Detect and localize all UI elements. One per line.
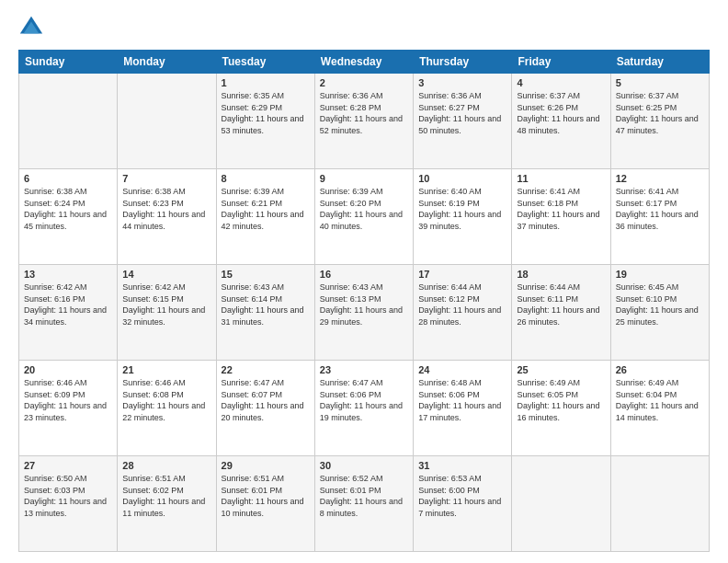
weekday-header-tuesday: Tuesday <box>216 51 314 74</box>
calendar-cell: 1Sunrise: 6:35 AMSunset: 6:29 PMDaylight… <box>216 74 314 169</box>
day-info: Sunrise: 6:44 AMSunset: 6:12 PMDaylight:… <box>418 282 506 327</box>
day-number: 2 <box>320 77 408 88</box>
day-number: 8 <box>222 173 310 184</box>
day-number: 3 <box>418 77 506 88</box>
weekday-header-friday: Friday <box>512 51 610 74</box>
calendar-cell: 18Sunrise: 6:44 AMSunset: 6:11 PMDayligh… <box>512 265 610 361</box>
calendar-cell: 19Sunrise: 6:45 AMSunset: 6:10 PMDayligh… <box>610 265 709 361</box>
day-info: Sunrise: 6:35 AMSunset: 6:29 PMDaylight:… <box>222 90 310 136</box>
day-info: Sunrise: 6:38 AMSunset: 6:24 PMDaylight:… <box>24 186 112 232</box>
calendar-cell: 21Sunrise: 6:46 AMSunset: 6:08 PMDayligh… <box>118 361 216 456</box>
day-info: Sunrise: 6:48 AMSunset: 6:06 PMDaylight:… <box>418 377 506 423</box>
day-number: 7 <box>122 173 210 184</box>
page: SundayMondayTuesdayWednesdayThursdayFrid… <box>0 0 728 563</box>
calendar-cell: 15Sunrise: 6:43 AMSunset: 6:14 PMDayligh… <box>216 265 314 361</box>
day-number: 11 <box>517 173 605 184</box>
calendar-cell: 26Sunrise: 6:49 AMSunset: 6:04 PMDayligh… <box>610 361 709 456</box>
calendar-cell <box>19 74 118 169</box>
calendar-cell: 25Sunrise: 6:49 AMSunset: 6:05 PMDayligh… <box>512 361 610 456</box>
calendar-cell <box>512 456 610 552</box>
day-info: Sunrise: 6:49 AMSunset: 6:05 PMDaylight:… <box>517 377 605 423</box>
day-info: Sunrise: 6:51 AMSunset: 6:02 PMDaylight:… <box>122 473 210 519</box>
day-info: Sunrise: 6:53 AMSunset: 6:00 PMDaylight:… <box>418 473 506 519</box>
day-info: Sunrise: 6:43 AMSunset: 6:14 PMDaylight:… <box>222 282 310 327</box>
calendar-cell: 27Sunrise: 6:50 AMSunset: 6:03 PMDayligh… <box>19 456 118 552</box>
weekday-header-row: SundayMondayTuesdayWednesdayThursdayFrid… <box>19 51 710 74</box>
calendar-cell: 6Sunrise: 6:38 AMSunset: 6:24 PMDaylight… <box>19 169 118 265</box>
calendar-cell: 20Sunrise: 6:46 AMSunset: 6:09 PMDayligh… <box>19 361 118 456</box>
calendar-cell: 23Sunrise: 6:47 AMSunset: 6:06 PMDayligh… <box>314 361 413 456</box>
day-info: Sunrise: 6:51 AMSunset: 6:01 PMDaylight:… <box>222 473 310 519</box>
day-info: Sunrise: 6:36 AMSunset: 6:28 PMDaylight:… <box>320 90 408 136</box>
day-info: Sunrise: 6:41 AMSunset: 6:17 PMDaylight:… <box>616 186 704 232</box>
day-number: 29 <box>222 460 310 471</box>
day-number: 24 <box>418 364 506 375</box>
calendar-cell: 30Sunrise: 6:52 AMSunset: 6:01 PMDayligh… <box>314 456 413 552</box>
weekday-header-sunday: Sunday <box>19 51 118 74</box>
calendar-cell <box>118 74 216 169</box>
day-number: 22 <box>222 364 310 375</box>
day-info: Sunrise: 6:39 AMSunset: 6:21 PMDaylight:… <box>222 186 310 232</box>
calendar-cell: 9Sunrise: 6:39 AMSunset: 6:20 PMDaylight… <box>314 169 413 265</box>
calendar-cell: 13Sunrise: 6:42 AMSunset: 6:16 PMDayligh… <box>19 265 118 361</box>
day-number: 26 <box>616 364 704 375</box>
calendar-cell: 10Sunrise: 6:40 AMSunset: 6:19 PMDayligh… <box>414 169 512 265</box>
day-info: Sunrise: 6:38 AMSunset: 6:23 PMDaylight:… <box>122 186 210 232</box>
day-info: Sunrise: 6:45 AMSunset: 6:10 PMDaylight:… <box>616 282 704 327</box>
day-info: Sunrise: 6:36 AMSunset: 6:27 PMDaylight:… <box>418 90 506 136</box>
calendar-cell: 12Sunrise: 6:41 AMSunset: 6:17 PMDayligh… <box>610 169 709 265</box>
day-number: 10 <box>418 173 506 184</box>
day-info: Sunrise: 6:47 AMSunset: 6:07 PMDaylight:… <box>222 377 310 423</box>
calendar-table: SundayMondayTuesdayWednesdayThursdayFrid… <box>18 50 710 552</box>
calendar-cell: 24Sunrise: 6:48 AMSunset: 6:06 PMDayligh… <box>414 361 512 456</box>
day-number: 12 <box>616 173 704 184</box>
day-number: 17 <box>418 269 506 280</box>
weekday-header-wednesday: Wednesday <box>314 51 413 74</box>
calendar-cell <box>610 456 709 552</box>
day-info: Sunrise: 6:46 AMSunset: 6:08 PMDaylight:… <box>122 377 210 423</box>
day-number: 9 <box>320 173 408 184</box>
day-number: 19 <box>616 269 704 280</box>
day-number: 28 <box>122 460 210 471</box>
day-number: 4 <box>517 77 605 88</box>
calendar-cell: 17Sunrise: 6:44 AMSunset: 6:12 PMDayligh… <box>414 265 512 361</box>
day-number: 20 <box>24 364 112 375</box>
day-info: Sunrise: 6:42 AMSunset: 6:15 PMDaylight:… <box>122 282 210 327</box>
day-info: Sunrise: 6:41 AMSunset: 6:18 PMDaylight:… <box>517 186 605 232</box>
day-info: Sunrise: 6:52 AMSunset: 6:01 PMDaylight:… <box>320 473 408 519</box>
day-number: 16 <box>320 269 408 280</box>
day-number: 23 <box>320 364 408 375</box>
weekday-header-thursday: Thursday <box>414 51 512 74</box>
day-info: Sunrise: 6:50 AMSunset: 6:03 PMDaylight:… <box>24 473 112 519</box>
calendar-cell: 28Sunrise: 6:51 AMSunset: 6:02 PMDayligh… <box>118 456 216 552</box>
calendar-cell: 3Sunrise: 6:36 AMSunset: 6:27 PMDaylight… <box>414 74 512 169</box>
week-row-3: 13Sunrise: 6:42 AMSunset: 6:16 PMDayligh… <box>19 265 710 361</box>
day-info: Sunrise: 6:49 AMSunset: 6:04 PMDaylight:… <box>616 377 704 423</box>
weekday-header-saturday: Saturday <box>610 51 709 74</box>
calendar-cell: 11Sunrise: 6:41 AMSunset: 6:18 PMDayligh… <box>512 169 610 265</box>
logo <box>18 15 48 40</box>
day-info: Sunrise: 6:37 AMSunset: 6:26 PMDaylight:… <box>517 90 605 136</box>
calendar-cell: 5Sunrise: 6:37 AMSunset: 6:25 PMDaylight… <box>610 74 709 169</box>
day-number: 31 <box>418 460 506 471</box>
day-info: Sunrise: 6:44 AMSunset: 6:11 PMDaylight:… <box>517 282 605 327</box>
calendar-cell: 14Sunrise: 6:42 AMSunset: 6:15 PMDayligh… <box>118 265 216 361</box>
calendar-cell: 4Sunrise: 6:37 AMSunset: 6:26 PMDaylight… <box>512 74 610 169</box>
day-number: 6 <box>24 173 112 184</box>
calendar-cell: 31Sunrise: 6:53 AMSunset: 6:00 PMDayligh… <box>414 456 512 552</box>
calendar-cell: 7Sunrise: 6:38 AMSunset: 6:23 PMDaylight… <box>118 169 216 265</box>
week-row-5: 27Sunrise: 6:50 AMSunset: 6:03 PMDayligh… <box>19 456 710 552</box>
day-number: 13 <box>24 269 112 280</box>
calendar-cell: 22Sunrise: 6:47 AMSunset: 6:07 PMDayligh… <box>216 361 314 456</box>
week-row-2: 6Sunrise: 6:38 AMSunset: 6:24 PMDaylight… <box>19 169 710 265</box>
day-number: 14 <box>122 269 210 280</box>
logo-icon <box>18 15 44 40</box>
day-info: Sunrise: 6:47 AMSunset: 6:06 PMDaylight:… <box>320 377 408 423</box>
day-info: Sunrise: 6:42 AMSunset: 6:16 PMDaylight:… <box>24 282 112 327</box>
day-number: 25 <box>517 364 605 375</box>
day-number: 1 <box>222 77 310 88</box>
calendar-cell: 2Sunrise: 6:36 AMSunset: 6:28 PMDaylight… <box>314 74 413 169</box>
day-info: Sunrise: 6:40 AMSunset: 6:19 PMDaylight:… <box>418 186 506 232</box>
day-info: Sunrise: 6:37 AMSunset: 6:25 PMDaylight:… <box>616 90 704 136</box>
header <box>18 15 710 40</box>
